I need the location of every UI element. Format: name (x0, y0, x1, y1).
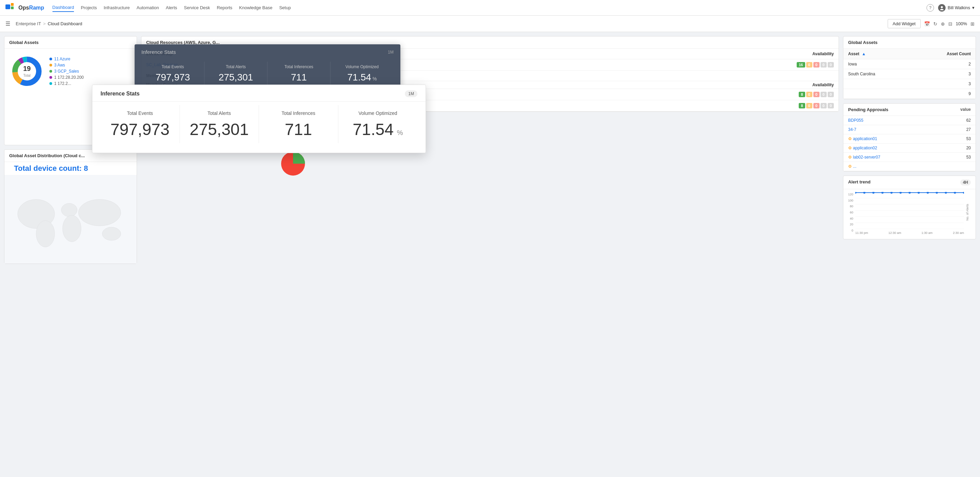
breadcrumb-root[interactable]: Enterprise IT (16, 21, 41, 26)
svg-point-34 (945, 192, 947, 194)
pending-link-app01[interactable]: application01 (853, 136, 877, 141)
nav-projects[interactable]: Projects (81, 4, 97, 11)
user-chevron: ▾ (972, 5, 975, 10)
asset-row3 (843, 79, 912, 89)
legend-azure: 11 Azure (49, 57, 84, 61)
count-sc: 3 (912, 69, 975, 79)
save-icon[interactable]: ⊟ (948, 21, 952, 27)
white-value-optimized: 71.54 % (345, 121, 411, 138)
nav-service-desk[interactable]: Service Desk (184, 4, 210, 11)
alert-trend-header: Alert trend 4H (843, 176, 975, 189)
nav-automation[interactable]: Automation (137, 4, 159, 11)
svg-rect-0 (5, 5, 10, 9)
inference-white-stats: Total Events 797,973 Total Alerts 275,30… (92, 101, 426, 153)
pending-table: BDP055 62 34-7 27 ⚙ application01 53 (843, 116, 975, 171)
svg-point-31 (918, 192, 920, 194)
user-menu[interactable]: Bill Walkins ▾ (938, 4, 975, 11)
legend-gcp: 3 GCP_Sales (49, 69, 84, 73)
svg-point-12 (36, 220, 54, 247)
svg-point-16 (102, 227, 121, 240)
nav-setup[interactable]: Setup (279, 4, 291, 11)
nav-right: ? Bill Walkins ▾ (926, 4, 975, 11)
table-row: Iowa 2 (843, 59, 975, 69)
donut-chart: 19 Total (10, 54, 44, 88)
nav-infrastructure[interactable]: Infrastructure (103, 4, 130, 11)
zoom-in-icon[interactable]: ⊞ (970, 21, 975, 27)
pending-row-more: ⚙ ... (843, 162, 975, 171)
calendar-icon[interactable]: 📅 (924, 21, 930, 27)
x-tick-130am: 1:30 am (921, 231, 932, 235)
white-label-events: Total Events (107, 110, 173, 116)
x-tick-1230am: 12:30 am (888, 231, 901, 235)
windows-badges: 8 0 0 0 0 (473, 103, 834, 108)
alert-chart-svg (855, 192, 964, 230)
gcp-label[interactable]: 3 GCP_Sales (54, 69, 79, 73)
table-row: 3 (843, 79, 975, 89)
y-tick-100: 100 (848, 199, 853, 202)
top-navigation: OpsRamp Dashboard Projects Infrastructur… (0, 0, 980, 16)
toolbar: ☰ Enterprise IT > Cloud Dashboard Add Wi… (0, 16, 980, 32)
white-label-optimized: Volume Optimized (345, 110, 411, 116)
x-tick-230am: 2:30 am (953, 231, 964, 235)
y-axis-label: No. of Alerts (966, 204, 969, 220)
white-value-inferences: 711 (266, 121, 331, 138)
linux-badge-gray2: 0 (828, 92, 834, 97)
nav-dashboard[interactable]: Dashboard (52, 3, 74, 12)
svg-point-15 (78, 199, 121, 226)
gcp-dot (49, 70, 52, 73)
nav-knowledge-base[interactable]: Knowledge Base (239, 4, 273, 11)
alert-chart-area: 120 100 80 60 40 20 0 (843, 189, 975, 236)
badge-orange: 0 (806, 62, 812, 67)
badge-green: 16 (797, 62, 805, 67)
linux-badges: 8 0 0 0 0 (473, 92, 834, 97)
pending-row-app02: ⚙ application02 20 (843, 144, 975, 153)
inference-dark-title: Inference Stats (142, 49, 176, 55)
assets-table: Asset ▲ Asset Count Iowa 2 South Carolin… (843, 49, 975, 99)
svg-point-25 (863, 192, 865, 194)
dark-label-alerts: Total Alerts (210, 64, 262, 69)
dark-value-alerts: 275,301 (210, 72, 262, 83)
pending-link-app02[interactable]: application02 (853, 145, 877, 150)
help-icon[interactable]: ? (926, 4, 934, 11)
white-value-alerts: 275,301 (187, 121, 252, 138)
y-tick-40: 40 (850, 217, 853, 220)
donut-center: 19 Total (23, 65, 31, 78)
menu-icon[interactable]: ☰ (5, 21, 10, 27)
sort-icon[interactable]: ▲ (862, 51, 866, 56)
add-widget-button[interactable]: Add Widget (888, 19, 921, 28)
logo[interactable]: OpsRamp (5, 3, 44, 13)
badge-gray2: 0 (828, 62, 834, 67)
total-device-count: Total device count: 8 (9, 161, 93, 175)
asset-iowa: Iowa (843, 59, 912, 69)
global-assets-header: Global Assets (5, 37, 137, 49)
svg-point-29 (900, 192, 902, 194)
azure-label[interactable]: 11 Azure (54, 57, 70, 61)
dark-value-events: 797,973 (147, 72, 199, 83)
badge-gray1: 0 (821, 62, 827, 67)
svg-point-27 (881, 192, 884, 194)
inference-white-title: Inference Stats (100, 91, 140, 97)
ip2-label: 1 172.2... (54, 81, 71, 86)
pending-link-347[interactable]: 34-7 (848, 127, 856, 132)
nav-alerts[interactable]: Alerts (166, 4, 177, 11)
dark-value-optimized: 71.54 % (336, 72, 388, 83)
windows-badge-gray1: 0 (821, 103, 827, 108)
col-availability: Availability (468, 49, 838, 59)
white-stat-alerts: Total Alerts 275,301 (180, 105, 259, 143)
right-assets-header: Global Assets (843, 37, 975, 49)
dark-label-inferences: Total Inferences (273, 64, 325, 69)
distribution-title: Global Asset Distribution (Cloud c... (9, 153, 85, 158)
nav-reports[interactable]: Reports (217, 4, 232, 11)
pending-link-bdp[interactable]: BDP055 (848, 118, 864, 123)
pending-link-lab02[interactable]: lab02-server07 (853, 155, 880, 160)
pie-chart (279, 150, 307, 177)
chart-svg-container: 11:30 pm 12:30 am 1:30 am 2:30 am (855, 192, 964, 233)
add-icon[interactable]: ⊕ (941, 21, 945, 27)
sun-icon-app01: ⚙ (848, 136, 852, 141)
pending-row-lab02: ⚙ lab02-server07 53 (843, 153, 975, 162)
refresh-icon[interactable]: ↻ (933, 21, 937, 27)
aws-label[interactable]: 3 Aws (54, 63, 65, 67)
global-assets-right-panel: Global Assets Asset ▲ Asset Count Iowa (843, 36, 976, 99)
windows-badge-green: 8 (799, 103, 805, 108)
pending-link-more[interactable]: ... (853, 164, 856, 169)
